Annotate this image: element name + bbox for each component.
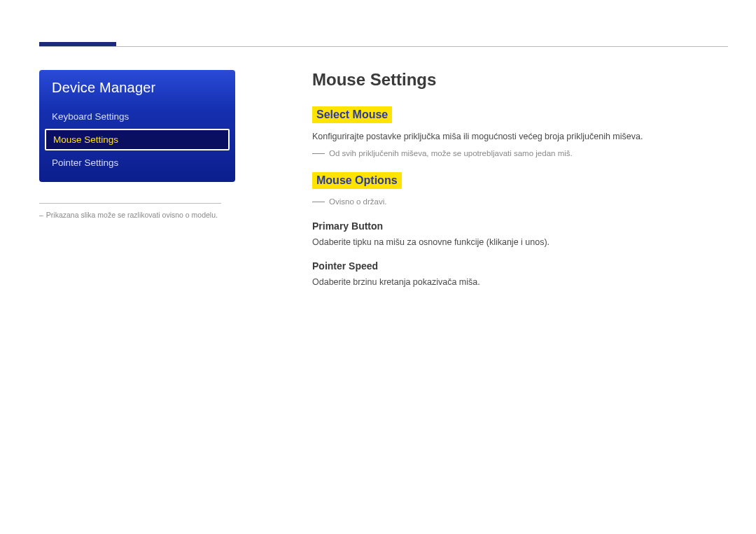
sidebar-divider <box>39 203 221 204</box>
sidebar: Device Manager Keyboard Settings Mouse S… <box>39 70 235 293</box>
section-select-mouse: Select Mouse Konfigurirajte postavke pri… <box>312 106 728 160</box>
section-mouse-options: Mouse Options Ovisno o državi. Primary B… <box>312 172 728 289</box>
select-mouse-note-text: Od svih priključenih miševa, može se upo… <box>329 148 573 160</box>
mouse-options-note: Ovisno o državi. <box>312 196 728 208</box>
page-layout: Device Manager Keyboard Settings Mouse S… <box>39 70 728 293</box>
device-manager-panel: Device Manager Keyboard Settings Mouse S… <box>39 70 235 182</box>
sidebar-item-keyboard-settings[interactable]: Keyboard Settings <box>39 106 235 127</box>
page-title: Mouse Settings <box>312 70 728 90</box>
sidebar-item-mouse-settings[interactable]: Mouse Settings <box>45 129 230 150</box>
heading-pointer-speed: Pointer Speed <box>312 260 728 272</box>
select-mouse-note: Od svih priključenih miševa, može se upo… <box>312 148 728 160</box>
dash-icon: – <box>39 211 43 220</box>
header-rule <box>39 46 728 47</box>
heading-primary-button: Primary Button <box>312 220 728 232</box>
sidebar-item-pointer-settings[interactable]: Pointer Settings <box>39 152 235 174</box>
main-content: Mouse Settings Select Mouse Konfiguriraj… <box>312 70 728 293</box>
select-mouse-desc: Konfigurirajte postavke priključka miša … <box>312 130 728 143</box>
dash-icon <box>312 153 325 160</box>
mouse-options-note-text: Ovisno o državi. <box>329 196 386 208</box>
heading-mouse-options: Mouse Options <box>312 172 402 189</box>
sidebar-footnote: – Prikazana slika može se razlikovati ov… <box>39 211 235 220</box>
sidebar-footnote-text: Prikazana slika može se razlikovati ovis… <box>46 211 218 220</box>
primary-button-desc: Odaberite tipku na mišu za osnovne funkc… <box>312 236 728 249</box>
panel-title: Device Manager <box>39 70 235 106</box>
pointer-speed-desc: Odaberite brzinu kretanja pokazivača miš… <box>312 276 728 289</box>
heading-select-mouse: Select Mouse <box>312 106 392 123</box>
dash-icon <box>312 202 325 208</box>
